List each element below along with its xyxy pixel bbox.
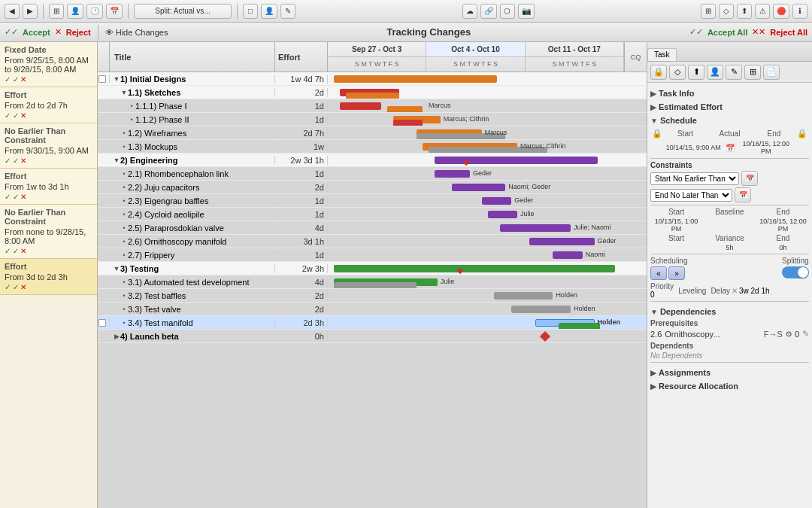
start-constraint-cal[interactable]: 📅 (741, 171, 758, 186)
stop-btn[interactable]: 🔴 (773, 4, 789, 19)
task-effort-17: 2d (275, 291, 328, 300)
table-row[interactable]: • 2.5) Paraprosdokian valve 4d Julie; Na… (98, 221, 647, 235)
prereq-edit-1[interactable]: ✎ (802, 329, 809, 339)
table-row[interactable]: • 1.2) Wireframes 2d 7h Marcus (98, 126, 647, 140)
change-reject-4[interactable]: ✕ (20, 193, 26, 201)
change-reject-3[interactable]: ✕ (20, 157, 26, 165)
change-accept-1[interactable]: ✓ ✓ (5, 75, 19, 84)
grid-icon-btn[interactable]: ⊞ (49, 4, 64, 19)
estimated-effort-header[interactable]: ▶ Estimated Effort (650, 99, 809, 113)
table2-btn[interactable]: ⊞ (744, 65, 761, 80)
table-row[interactable]: • 2.7) Frippery 1d Naomi (98, 248, 647, 262)
change-reject-1[interactable]: ✕ (20, 75, 26, 84)
end-constraint-select[interactable]: End No Later Than (650, 189, 732, 202)
table-row[interactable]: • 3.2) Test baffles 2d Holden (98, 289, 647, 303)
bar-3b (387, 106, 423, 112)
schedule-header[interactable]: ▼ Schedule (650, 113, 809, 126)
week-cell-3: S M T W T F S (526, 57, 624, 71)
reject-all-btn[interactable]: Reject All (770, 28, 807, 37)
lock-btn[interactable]: 🔒 (650, 65, 667, 80)
pencil-btn[interactable]: ✎ (726, 65, 742, 80)
table-row[interactable]: • 2.4) Cycloid aeolipile 1d Julie (98, 208, 647, 221)
forward-scheduling-btn[interactable]: » (668, 266, 685, 280)
hide-changes-toggle[interactable]: 👁 Hide Changes (105, 28, 168, 37)
task-name-19: 3.4) Test manifold (128, 318, 193, 327)
table-row[interactable]: • 2.3) Eigengrau baffles 1d Geder (98, 194, 647, 208)
forward-btn[interactable]: ▶ (23, 4, 38, 19)
link-btn[interactable]: 🔗 (480, 4, 497, 19)
doc-btn[interactable]: 📄 (763, 65, 780, 80)
row-checkbox[interactable] (98, 319, 110, 327)
task-timeline-1 (328, 72, 624, 85)
assignments-header[interactable]: ▶ Assignments (650, 365, 809, 379)
accept-btn[interactable]: Accept (23, 28, 50, 37)
row-checkbox[interactable] (98, 75, 110, 83)
start-constraint-select[interactable]: Start No Earlier Than (650, 172, 739, 185)
task-title-16: • 3.1) Automated test development (110, 278, 275, 287)
table-row[interactable]: • 3.3) Test valve 2d Holden (98, 303, 647, 316)
gantt-container: Title Effort Sep 27 - Oct 3 Oct 4 - Oct … (98, 42, 647, 508)
view2-btn[interactable]: 👤 (261, 4, 277, 19)
upload-btn[interactable]: ⬆ (737, 4, 752, 19)
diamond-btn[interactable]: ◇ (669, 65, 686, 80)
reject-btn[interactable]: Reject (66, 28, 91, 37)
info-btn[interactable]: ℹ (792, 4, 807, 19)
table-row[interactable]: ▼ 1) Initial Designs 1w 4d 7h (98, 72, 647, 86)
table-row[interactable]: ▶ 4) Launch beta 0h (98, 330, 647, 343)
gantt-body[interactable]: ▼ 1) Initial Designs 1w 4d 7h ▼ 1.1) Ske… (98, 72, 647, 508)
cloud-btn[interactable]: ☁ (462, 4, 477, 19)
table-row[interactable]: • 1.1.2) Phase II 1d Marcus; Cithrin (98, 113, 647, 126)
checkbox-19[interactable] (98, 319, 106, 327)
dependencies-header[interactable]: ▼ Dependencies (650, 304, 809, 318)
delay-x-btn[interactable]: ✕ (732, 287, 738, 295)
change-item-6: Effort From 3d to 2d 3h ✓ ✓ ✕ (0, 259, 97, 295)
task-tab[interactable]: Task (647, 48, 677, 61)
change-accept-6[interactable]: ✓ ✓ (5, 283, 19, 291)
person-icon-btn[interactable]: 👤 (67, 4, 83, 19)
change-reject-6[interactable]: ✕ (20, 283, 26, 291)
back-scheduling-btn[interactable]: « (650, 266, 667, 280)
change-reject-5[interactable]: ✕ (20, 247, 26, 255)
disclosure-1[interactable]: ▼ (113, 75, 120, 83)
table-row[interactable]: • 1.3) Mockups 1w Marcus; Cithrin (98, 140, 647, 154)
disclosure-20[interactable]: ▶ (113, 333, 120, 340)
cal-icon[interactable]: 📅 (725, 144, 735, 152)
task-info-header[interactable]: ▶ Task Info (650, 86, 809, 99)
person2-btn[interactable]: 👤 (707, 65, 723, 80)
change-accept-3[interactable]: ✓ ✓ (5, 157, 19, 165)
back-btn[interactable]: ◀ (5, 4, 20, 19)
table-row[interactable]: • 2.6) Ornithoscopy manifold 3d 1h Geder (98, 235, 647, 248)
share2-btn[interactable]: ⬆ (688, 65, 704, 80)
prereq-row-1: 2.6 Ornithoscopy... F→S ⊙ 0 ✎ (650, 329, 809, 339)
table-row[interactable]: • 2.1) Rhombencephalon link 1d Geder (98, 167, 647, 181)
calendar-icon-btn[interactable]: 📅 (106, 4, 123, 19)
diamond-btn[interactable]: ◇ (719, 4, 734, 19)
table-row[interactable]: • 2.2) Juju capacitors 2d Naomi; Geder (98, 181, 647, 194)
change-accept-4[interactable]: ✓ ✓ (5, 193, 19, 201)
view1-btn[interactable]: □ (243, 4, 258, 19)
clock-icon-btn[interactable]: 🕐 (86, 4, 103, 19)
splitting-toggle[interactable] (782, 266, 809, 278)
table-row[interactable]: • 3.4) Test manifold 2d 3h Holden (98, 316, 647, 330)
disclosure-2[interactable]: ▼ (120, 89, 128, 96)
table-row[interactable]: ▼ 1.1) Sketches 2d (98, 86, 647, 99)
warning-btn[interactable]: ⚠ (755, 4, 770, 19)
table-row[interactable]: • 3.1) Automated test development 4d Jul… (98, 275, 647, 289)
change-accept-2[interactable]: ✓ ✓ (5, 111, 19, 120)
table-row[interactable]: ▼ 2) Engineering 2w 3d 1h (98, 154, 647, 167)
disclosure-15[interactable]: ▼ (113, 265, 120, 272)
end-constraint-cal[interactable]: 📅 (735, 187, 751, 202)
change-accept-5[interactable]: ✓ ✓ (5, 247, 19, 255)
camera-btn[interactable]: 📷 (518, 4, 535, 19)
change-reject-2[interactable]: ✕ (20, 111, 26, 120)
view3-btn[interactable]: ✎ (280, 4, 295, 19)
table-row[interactable]: ▼ 3) Testing 2w 3h (98, 262, 647, 275)
accept-all-btn[interactable]: Accept All (707, 28, 747, 37)
table-btn[interactable]: ⊞ (701, 4, 716, 19)
share-btn[interactable]: ⬡ (500, 4, 515, 19)
table-row[interactable]: • 1.1.1) Phase I 1d Marcus (98, 99, 647, 113)
resource-header[interactable]: ▶ Resource Allocation (650, 379, 809, 392)
split-view-btn[interactable]: Split: Actual vs... (134, 4, 232, 19)
disclosure-7[interactable]: ▼ (113, 157, 120, 164)
checkbox-1[interactable] (98, 75, 106, 83)
